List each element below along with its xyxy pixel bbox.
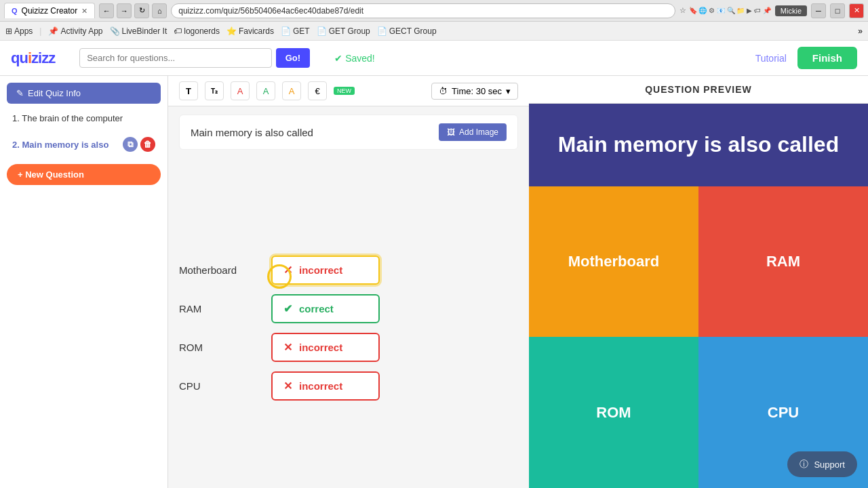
question-text-area[interactable]: Main memory is also called 🖼 Add Image [179, 115, 518, 150]
browser-icons: ☆ 🔖 🌐 ⚙ 📧 🔍 📁 ▶ 🏷 📌 [679, 6, 771, 15]
answer-label-4: CPU [179, 380, 260, 392]
x-icon-3: ✕ [283, 341, 292, 354]
app-container: QUIZIZZ Go! ✔ Saved! Tutorial Finish ✎ E… [0, 41, 868, 488]
logo: QUIZIZZ [11, 49, 55, 67]
x-icon-4: ✕ [283, 380, 292, 392]
more-bookmarks-icon[interactable]: » [858, 26, 863, 36]
image-icon: 🖼 [447, 127, 455, 137]
tab-close-icon[interactable]: ✕ [81, 7, 87, 16]
nav-buttons: ← → ↻ ⌂ [99, 3, 167, 18]
bookmark-gect[interactable]: 📄 GECT Group [377, 26, 437, 36]
check-icon: ✔ [283, 302, 292, 315]
question-actions: ⧉ 🗑 [123, 137, 155, 152]
currency-button[interactable]: € [308, 81, 327, 100]
answer-label-2: RAM [179, 303, 260, 314]
close-button[interactable]: ✕ [849, 3, 864, 18]
support-icon: ⓘ [800, 458, 808, 470]
color-yellow-button[interactable]: A [282, 81, 301, 100]
sidebar: ✎ Edit Quiz Info 1. The brain of the com… [0, 76, 168, 488]
answer-label-3: ROM [179, 342, 260, 353]
answer-label-1: Motherboard [179, 264, 260, 276]
address-bar[interactable]: quizizz.com/quiz/56b50406e4ac6ec40dabe87… [171, 3, 675, 18]
chevron-down-icon: ▾ [506, 86, 511, 96]
browser-tab[interactable]: Q Quizizz Creator ✕ [4, 3, 95, 18]
add-image-button[interactable]: 🖼 Add Image [439, 123, 507, 141]
answer-row-1: Motherboard ✕ incorrect [179, 256, 518, 285]
pencil-icon: ✎ [16, 88, 24, 98]
sidebar-item-question-2[interactable]: 2. Main memory is also ⧉ 🗑 [7, 133, 161, 156]
tutorial-button[interactable]: Tutorial [755, 53, 787, 64]
sidebar-item-question-1[interactable]: 1. The brain of the computer [7, 109, 161, 127]
bookmark-get-group[interactable]: 📄 GET Group [317, 26, 370, 36]
answer-toggle-2[interactable]: ✔ correct [271, 294, 380, 323]
new-question-button[interactable]: + New Question [7, 164, 161, 185]
preview-answer-2: RAM [698, 186, 868, 338]
preview-title: QUESTION PREVIEW [529, 76, 868, 104]
maximize-button[interactable]: □ [830, 3, 845, 18]
answer-row-2: RAM ✔ correct [179, 294, 518, 323]
preview-answers: Motherboard RAM ROM CPU [529, 186, 868, 488]
extension-icons: 🔖 🌐 ⚙ 📧 🔍 📁 ▶ 🏷 📌 [689, 7, 771, 14]
saved-badge: ✔ Saved! [334, 53, 375, 64]
bookmark-livebinder[interactable]: 📎 LiveBinder It [110, 26, 167, 36]
edit-quiz-button[interactable]: ✎ Edit Quiz Info [7, 83, 161, 104]
color-red-button[interactable]: A [231, 81, 250, 100]
finish-button[interactable]: Finish [797, 47, 857, 69]
editor-panel: T T₂ A A A € NEW ⏱ Time: 30 sec ▾ Main m… [168, 76, 529, 488]
answer-toggle-1[interactable]: ✕ incorrect [271, 256, 380, 285]
answer-toggle-4[interactable]: ✕ incorrect [271, 371, 380, 401]
support-button[interactable]: ⓘ Support [787, 451, 857, 477]
home-button[interactable]: ⌂ [152, 3, 167, 18]
answers-area: Motherboard ✕ incorrect RAM ✔ correct [168, 250, 529, 488]
search-box: Go! [79, 48, 310, 68]
content-area: ✎ Edit Quiz Info 1. The brain of the com… [0, 76, 868, 488]
preview-panel: QUESTION PREVIEW Main memory is also cal… [529, 76, 868, 488]
delete-question-button[interactable]: 🗑 [140, 137, 155, 152]
new-badge: NEW [334, 87, 355, 95]
clock-icon: ⏱ [439, 86, 448, 96]
copy-question-button[interactable]: ⧉ [123, 137, 138, 152]
bookmark-favicards[interactable]: ⭐ Favicards [226, 26, 274, 36]
bookmark-get[interactable]: 📄 GET [281, 26, 310, 36]
top-nav: QUIZIZZ Go! ✔ Saved! Tutorial Finish [0, 41, 868, 76]
answer-row-4: CPU ✕ incorrect [179, 371, 518, 401]
preview-answer-1: Motherboard [529, 186, 698, 338]
search-input[interactable] [79, 48, 272, 68]
reload-button[interactable]: ↻ [134, 3, 149, 18]
bookmark-logonerds[interactable]: 🏷 logonerds [174, 26, 220, 36]
tab-title: Quizizz Creator [22, 6, 78, 16]
forward-button[interactable]: → [117, 3, 132, 18]
answer-toggle-3[interactable]: ✕ incorrect [271, 333, 380, 362]
question-text: Main memory is also called [191, 127, 313, 138]
minimize-button[interactable]: ─ [811, 3, 826, 18]
bookmarks-bar: ⊞ Apps | 📌 Activity App 📎 LiveBinder It … [0, 22, 868, 41]
color-green-button[interactable]: A [256, 81, 275, 100]
x-icon-1: ✕ [283, 264, 292, 277]
bookmark-apps[interactable]: ⊞ Apps [5, 26, 33, 36]
preview-question: Main memory is also called [529, 104, 868, 186]
answer-row-3: ROM ✕ incorrect [179, 333, 518, 362]
text-large-button[interactable]: T [179, 81, 198, 100]
text-small-button[interactable]: T₂ [205, 81, 224, 100]
bookmark-activity[interactable]: 📌 Activity App [48, 26, 102, 36]
browser-tab-bar: Q Quizizz Creator ✕ ← → ↻ ⌂ quizizz.com/… [0, 0, 868, 22]
back-button[interactable]: ← [99, 3, 114, 18]
editor-spacer [168, 155, 529, 250]
editor-toolbar: T T₂ A A A € NEW ⏱ Time: 30 sec ▾ [168, 76, 529, 106]
preview-answer-3: ROM [529, 337, 698, 488]
user-label: Mickie [775, 5, 807, 16]
go-button[interactable]: Go! [276, 48, 310, 68]
time-select[interactable]: ⏱ Time: 30 sec ▾ [431, 83, 518, 100]
star-icon: ☆ [679, 6, 686, 15]
checkmark-icon: ✔ [334, 53, 342, 64]
